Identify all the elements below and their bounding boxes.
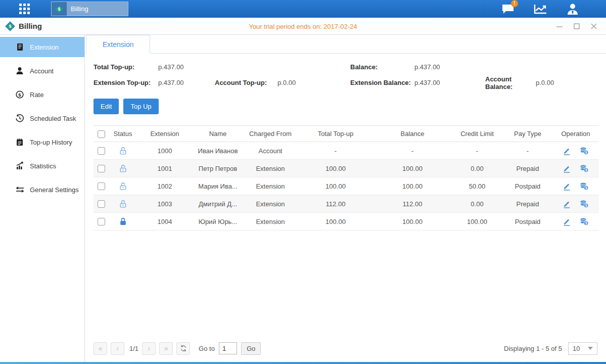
status-unlocked-icon [119, 181, 127, 189]
status-unlocked-icon [119, 164, 127, 171]
displaying-text: Displaying 1 - 5 of 5 [504, 345, 562, 352]
extension-icon [15, 43, 24, 51]
header-pay-type: Pay Type [503, 126, 552, 142]
sidebar-item-general-settings[interactable]: General Settings [0, 179, 84, 200]
row-checkbox[interactable] [98, 183, 105, 190]
svg-text:$: $ [585, 186, 587, 190]
tab-extension-label: Extension [103, 40, 133, 49]
page-size-value: 10 [573, 345, 580, 352]
row-checkbox[interactable] [98, 147, 105, 155]
edit-row-icon[interactable] [563, 164, 571, 173]
cell-name: Петр Петров [193, 160, 243, 177]
next-page-button[interactable]: › [142, 342, 156, 355]
billing-app-tab-label: Billing [71, 5, 88, 13]
cell-total-topup: 100.00 [298, 160, 374, 177]
row-checkbox[interactable] [98, 200, 105, 208]
notification-badge: ! [511, 0, 518, 7]
account-topup-label: Account Top-up: [215, 79, 277, 86]
svg-text:$: $ [9, 24, 12, 29]
statistics-chart-icon[interactable] [533, 3, 547, 15]
table-body: 1000 Иван Иванов Account - - - - $ [94, 142, 599, 231]
cell-credit-limit: - [451, 142, 503, 160]
topup-row-icon[interactable]: $ [579, 147, 589, 155]
cell-balance: 112.00 [374, 195, 451, 213]
header-total-topup: Total Top-up [298, 126, 374, 142]
table-row[interactable]: 1002 Мария Ива... Extension 100.00 100.0… [94, 177, 599, 195]
header-balance: Balance [374, 126, 451, 142]
extension-table: Status Extension Name Charged From Total… [94, 125, 599, 231]
cell-charged-from: Extension [243, 213, 298, 231]
sidebar-item-extension[interactable]: Extension [0, 37, 84, 57]
topup-row-icon[interactable]: $ [579, 200, 589, 208]
tab-bar: Extension [85, 35, 606, 54]
cell-name: Иван Иванов [193, 142, 243, 160]
extension-balance-label: Extension Balance: [350, 79, 414, 86]
cell-credit-limit: 0.00 [451, 160, 503, 177]
edit-button[interactable]: Edit [94, 99, 119, 114]
cell-credit-limit: 50.00 [451, 177, 503, 195]
first-page-button[interactable]: « [94, 342, 107, 355]
header-name: Name [193, 126, 243, 142]
window-title-bar: $ Billing Your trial period ends on: 201… [0, 18, 606, 35]
cell-charged-from: Extension [243, 177, 298, 195]
cell-name: Мария Ива... [193, 177, 243, 195]
minimize-icon[interactable] [555, 22, 564, 30]
main-content: Extension Total Top-up: p.437.00 Extensi… [85, 35, 606, 362]
table-row[interactable]: 1003 Дмитрий Д... Extension 112.00 112.0… [94, 195, 599, 213]
header-status: Status [109, 126, 137, 142]
billing-app-tab[interactable]: $ Billing [51, 2, 128, 16]
user-account-icon[interactable] [566, 3, 580, 15]
edit-row-icon[interactable] [563, 217, 571, 226]
cell-charged-from: Extension [243, 160, 298, 177]
sidebar-item-label: General Settings [30, 186, 79, 194]
statistics-icon [15, 162, 24, 170]
page-size-select[interactable]: 10 [568, 342, 597, 355]
row-checkbox[interactable] [98, 165, 105, 172]
topup-row-icon[interactable]: $ [579, 182, 589, 191]
total-topup-label: Total Top-up: [94, 63, 158, 71]
go-button[interactable]: Go [241, 342, 261, 355]
close-icon[interactable] [590, 22, 598, 30]
sidebar-item-statistics[interactable]: Statistics [0, 156, 84, 176]
topup-row-icon[interactable]: $ [579, 217, 589, 226]
cell-extension: 1000 [137, 142, 193, 160]
cell-total-topup: - [298, 142, 374, 160]
sidebar-item-account[interactable]: Account [0, 61, 84, 81]
sidebar-item-rate[interactable]: $ Rate [0, 84, 84, 105]
cell-credit-limit: 0.00 [451, 195, 503, 213]
last-page-button[interactable]: » [159, 342, 173, 355]
sidebar-item-label: Rate [30, 91, 43, 99]
svg-text:$: $ [58, 7, 61, 12]
app-grid-icon[interactable] [19, 4, 30, 14]
goto-page-input[interactable] [219, 342, 237, 354]
total-topup-value: p.437.00 [158, 63, 215, 71]
sidebar-item-topup-history[interactable]: Top-up History [0, 132, 84, 152]
edit-row-icon[interactable] [563, 147, 571, 155]
extension-topup-label: Extension Top-up: [94, 79, 158, 86]
cell-pay-type: Postpaid [503, 177, 552, 195]
status-unlocked-icon [119, 199, 127, 207]
sidebar-item-scheduled-task[interactable]: Scheduled Task [0, 108, 84, 128]
edit-row-icon[interactable] [563, 182, 571, 191]
prev-page-button[interactable]: ‹ [111, 342, 124, 355]
select-all-checkbox[interactable] [98, 130, 105, 138]
topup-row-icon[interactable]: $ [579, 164, 589, 173]
sidebar-item-label: Statistics [30, 162, 56, 170]
maximize-icon[interactable] [573, 22, 581, 30]
topup-button[interactable]: Top Up [123, 99, 158, 114]
messages-icon[interactable]: ! [501, 3, 515, 15]
table-row[interactable]: 1000 Иван Иванов Account - - - - $ [94, 142, 599, 160]
row-checkbox[interactable] [98, 218, 105, 225]
account-icon [15, 67, 24, 75]
account-balance-value: p.0.00 [536, 79, 554, 86]
cell-credit-limit: 100.00 [451, 213, 503, 231]
refresh-button[interactable] [176, 342, 190, 355]
topup-history-icon [15, 138, 24, 146]
sidebar-item-label: Top-up History [30, 139, 72, 146]
cell-balance: 100.00 [374, 160, 451, 177]
table-row[interactable]: 1004 Юрий Юрь... Extension 100.00 100.00… [94, 213, 599, 231]
edit-row-icon[interactable] [563, 200, 571, 208]
table-row[interactable]: 1001 Петр Петров Extension 100.00 100.00… [94, 160, 599, 177]
svg-text:$: $ [585, 221, 587, 225]
tab-extension[interactable]: Extension [86, 35, 150, 54]
